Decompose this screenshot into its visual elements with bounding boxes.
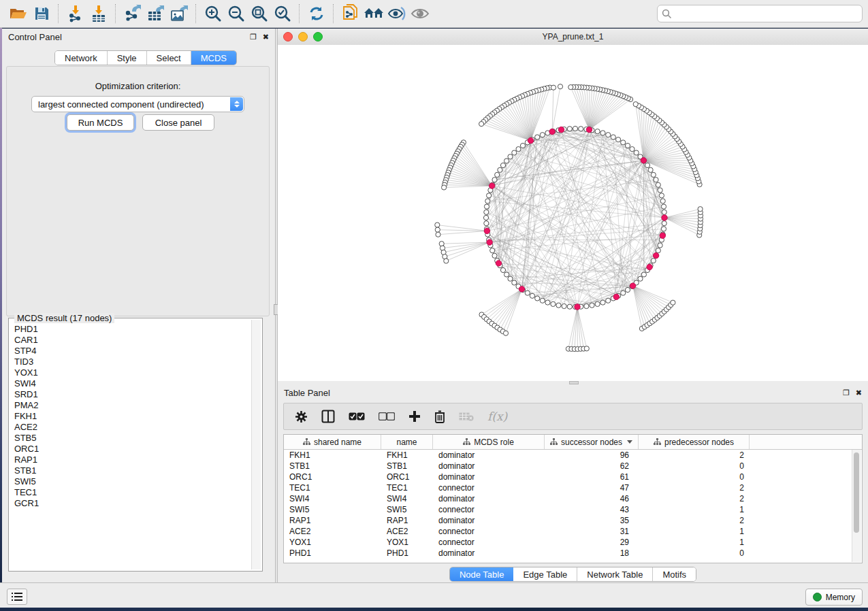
graph-node[interactable] [595, 301, 600, 306]
close-panel-icon[interactable]: ✖ [856, 389, 862, 397]
mcds-node[interactable] [484, 228, 489, 233]
mcds-result-item[interactable]: FKH1 [14, 411, 252, 422]
task-history-button[interactable] [7, 589, 27, 605]
mcds-node[interactable] [641, 158, 646, 163]
column-header-MCDS-role[interactable]: MCDS role [433, 435, 545, 449]
column-header-predecessor-nodes[interactable]: predecessor nodes [639, 435, 750, 449]
graph-node[interactable] [551, 85, 556, 90]
table-row[interactable]: ORC1ORC1dominator610 [284, 472, 862, 482]
graph-node[interactable] [492, 178, 497, 182]
graph-node[interactable] [512, 280, 517, 285]
float-panel-icon[interactable]: ❐ [843, 389, 850, 397]
graph-node[interactable] [495, 172, 500, 177]
table-row[interactable]: ACE2ACE2connector311 [284, 526, 862, 537]
mcds-node[interactable] [549, 129, 555, 134]
deselect-all-icon[interactable] [379, 412, 395, 420]
hide-graphics-icon[interactable] [385, 3, 408, 24]
graph-node[interactable] [558, 84, 562, 89]
table-row[interactable]: SWI4SWI4dominator462 [284, 493, 862, 504]
graph-node[interactable] [600, 131, 605, 135]
mcds-result-item[interactable]: ACE2 [14, 422, 252, 433]
graph-node[interactable] [662, 221, 666, 226]
table-row[interactable]: YOX1YOX1connector291 [284, 537, 862, 548]
tab-node-table[interactable]: Node Table [450, 567, 514, 581]
graph-node[interactable] [535, 296, 540, 301]
graph-node[interactable] [573, 126, 577, 131]
mcds-node[interactable] [496, 261, 501, 266]
zoom-out-icon[interactable] [225, 3, 248, 24]
search-input[interactable] [672, 6, 862, 21]
mcds-result-item[interactable]: ORC1 [14, 444, 252, 455]
graph-node[interactable] [530, 293, 534, 298]
graph-node[interactable] [498, 167, 502, 172]
column-header-name[interactable]: name [381, 435, 433, 449]
mcds-result-item[interactable]: TID3 [14, 357, 252, 367]
network-view-canvas[interactable] [278, 45, 868, 381]
graph-node[interactable] [508, 154, 513, 159]
table-scrollbar[interactable] [852, 450, 861, 562]
graph-node[interactable] [545, 300, 550, 305]
graph-node[interactable] [485, 199, 490, 203]
zoom-fit-icon[interactable] [248, 3, 271, 24]
export-table-icon[interactable] [144, 3, 167, 24]
graph-node[interactable] [525, 291, 530, 295]
graph-node[interactable] [512, 150, 517, 155]
graph-node[interactable] [625, 143, 630, 148]
mcds-result-item[interactable]: YOX1 [14, 367, 252, 378]
tab-network[interactable]: Network [55, 51, 108, 65]
graph-node[interactable] [487, 193, 492, 198]
network-graph[interactable] [278, 45, 868, 381]
graph-node[interactable] [662, 210, 666, 214]
export-network-icon[interactable] [121, 3, 144, 24]
table-row[interactable]: TEC1TEC1connector472 [284, 482, 862, 493]
table-row[interactable]: PHD1PHD1dominator180 [284, 548, 862, 559]
graph-node[interactable] [520, 143, 525, 148]
table-row[interactable]: FKH1FKH1dominator962 [284, 450, 862, 461]
mcds-result-item[interactable]: STB1 [14, 465, 252, 476]
graph-node[interactable] [659, 193, 664, 198]
graph-node[interactable] [634, 150, 639, 155]
graph-node[interactable] [500, 267, 505, 272]
mcds-result-item[interactable]: STB5 [14, 433, 252, 444]
add-icon[interactable] [408, 410, 421, 423]
graph-node[interactable] [556, 303, 561, 308]
graph-node[interactable] [490, 248, 495, 253]
graph-node[interactable] [656, 248, 660, 253]
graph-node[interactable] [660, 199, 665, 203]
graph-node[interactable] [630, 147, 634, 152]
show-graphics-icon[interactable] [408, 3, 432, 24]
graph-node[interactable] [590, 303, 594, 308]
graph-node[interactable] [616, 137, 621, 142]
zoom-selected-icon[interactable] [271, 3, 294, 24]
graph-node[interactable] [442, 185, 447, 190]
import-table-icon[interactable] [87, 3, 110, 24]
mcds-result-item[interactable]: TEC1 [14, 487, 252, 498]
mcds-result-item[interactable]: STP4 [14, 346, 252, 357]
graph-node[interactable] [625, 287, 630, 292]
delete-icon[interactable] [434, 410, 445, 423]
mcds-node[interactable] [630, 283, 635, 288]
close-panel-icon[interactable]: ✖ [263, 33, 269, 41]
graph-node[interactable] [645, 163, 649, 167]
mcds-node[interactable] [660, 233, 665, 238]
mcds-result-item[interactable]: RAP1 [14, 455, 252, 465]
graph-node[interactable] [483, 215, 488, 220]
graph-node[interactable] [606, 298, 611, 303]
graph-node[interactable] [611, 135, 615, 139]
graph-node[interactable] [621, 291, 626, 295]
graph-node[interactable] [579, 127, 583, 131]
mcds-node[interactable] [586, 127, 592, 132]
network-document-icon[interactable] [339, 3, 362, 24]
graph-node[interactable] [504, 272, 509, 277]
graph-node[interactable] [435, 222, 440, 227]
graph-node[interactable] [698, 207, 703, 212]
graph-node[interactable] [654, 178, 658, 182]
graph-node[interactable] [436, 232, 440, 237]
graph-node[interactable] [500, 163, 505, 167]
graph-node[interactable] [568, 85, 573, 90]
mcds-result-item[interactable]: SWI5 [14, 476, 252, 487]
column-header-shared-name[interactable]: shared name [284, 435, 381, 449]
graph-node[interactable] [535, 135, 540, 139]
graph-node[interactable] [567, 304, 572, 309]
mcds-node[interactable] [613, 294, 619, 299]
